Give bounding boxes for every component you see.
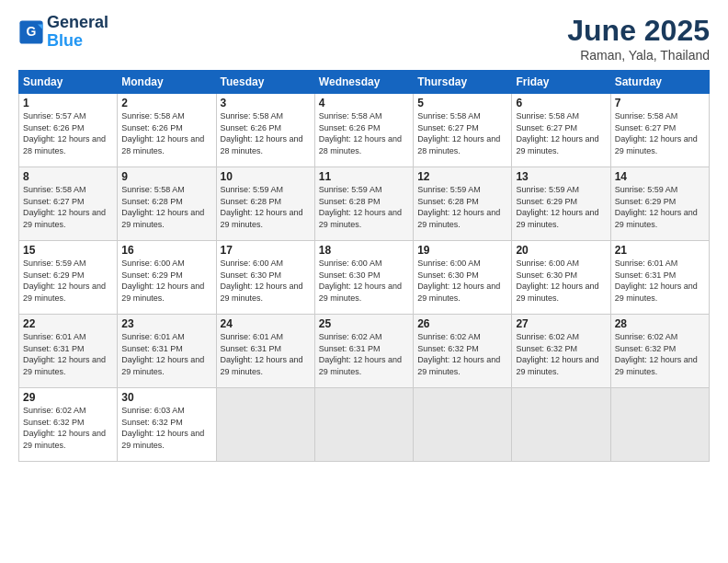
day-number: 29 bbox=[23, 391, 113, 404]
header-sunday: Sunday bbox=[19, 71, 118, 94]
day-info: Sunrise: 6:02 AM Sunset: 6:32 PM Dayligh… bbox=[417, 331, 507, 377]
day-info: Sunrise: 5:59 AM Sunset: 6:28 PM Dayligh… bbox=[417, 184, 507, 230]
day-cell: 2 Sunrise: 5:58 AM Sunset: 6:26 PM Dayli… bbox=[118, 94, 216, 167]
day-cell: 30 Sunrise: 6:03 AM Sunset: 6:32 PM Dayl… bbox=[118, 388, 216, 462]
day-cell bbox=[314, 388, 413, 462]
day-number: 14 bbox=[615, 170, 705, 183]
day-info: Sunrise: 6:02 AM Sunset: 6:32 PM Dayligh… bbox=[23, 405, 113, 451]
day-info: Sunrise: 6:02 AM Sunset: 6:32 PM Dayligh… bbox=[516, 331, 606, 377]
day-info: Sunrise: 5:58 AM Sunset: 6:27 PM Dayligh… bbox=[417, 110, 507, 156]
day-number: 7 bbox=[615, 97, 705, 109]
day-cell bbox=[512, 388, 610, 462]
day-info: Sunrise: 6:00 AM Sunset: 6:29 PM Dayligh… bbox=[121, 258, 211, 304]
day-cell: 22 Sunrise: 6:01 AM Sunset: 6:31 PM Dayl… bbox=[19, 315, 118, 388]
day-info: Sunrise: 5:58 AM Sunset: 6:26 PM Dayligh… bbox=[319, 110, 409, 156]
day-number: 8 bbox=[23, 170, 113, 183]
day-info: Sunrise: 5:58 AM Sunset: 6:27 PM Dayligh… bbox=[615, 110, 705, 156]
day-info: Sunrise: 6:00 AM Sunset: 6:30 PM Dayligh… bbox=[319, 258, 409, 304]
day-cell: 1 Sunrise: 5:57 AM Sunset: 6:26 PM Dayli… bbox=[19, 94, 118, 167]
day-number: 21 bbox=[615, 244, 705, 257]
day-cell: 5 Sunrise: 5:58 AM Sunset: 6:27 PM Dayli… bbox=[414, 94, 512, 167]
day-number: 25 bbox=[319, 317, 409, 330]
day-number: 2 bbox=[121, 97, 211, 109]
day-info: Sunrise: 6:00 AM Sunset: 6:30 PM Dayligh… bbox=[221, 258, 311, 304]
day-info: Sunrise: 5:59 AM Sunset: 6:28 PM Dayligh… bbox=[319, 184, 409, 230]
day-info: Sunrise: 6:01 AM Sunset: 6:31 PM Dayligh… bbox=[615, 258, 705, 304]
day-cell: 17 Sunrise: 6:00 AM Sunset: 6:30 PM Dayl… bbox=[216, 241, 314, 315]
day-cell: 21 Sunrise: 6:01 AM Sunset: 6:31 PM Dayl… bbox=[610, 241, 709, 315]
day-info: Sunrise: 5:57 AM Sunset: 6:26 PM Dayligh… bbox=[23, 110, 113, 156]
header-tuesday: Tuesday bbox=[216, 71, 314, 94]
header-saturday: Saturday bbox=[610, 71, 709, 94]
logo-line1: General bbox=[47, 14, 108, 32]
week-row-4: 22 Sunrise: 6:01 AM Sunset: 6:31 PM Dayl… bbox=[19, 315, 710, 388]
day-info: Sunrise: 5:58 AM Sunset: 6:26 PM Dayligh… bbox=[121, 110, 211, 156]
day-number: 17 bbox=[221, 244, 311, 257]
logo: G General Blue bbox=[18, 14, 108, 51]
day-number: 16 bbox=[121, 244, 211, 257]
day-cell bbox=[216, 388, 314, 462]
header-thursday: Thursday bbox=[414, 71, 512, 94]
day-info: Sunrise: 5:59 AM Sunset: 6:29 PM Dayligh… bbox=[615, 184, 705, 230]
calendar-title: June 2025 bbox=[567, 14, 710, 48]
day-cell: 11 Sunrise: 5:59 AM Sunset: 6:28 PM Dayl… bbox=[314, 167, 413, 241]
logo-icon: G bbox=[18, 19, 44, 45]
day-info: Sunrise: 6:03 AM Sunset: 6:32 PM Dayligh… bbox=[121, 405, 211, 451]
day-number: 12 bbox=[417, 170, 507, 183]
week-row-5: 29 Sunrise: 6:02 AM Sunset: 6:32 PM Dayl… bbox=[19, 388, 710, 462]
svg-text:G: G bbox=[27, 24, 37, 39]
day-number: 30 bbox=[121, 391, 211, 404]
logo-line2: Blue bbox=[47, 31, 83, 50]
calendar-page: G General Blue June 2025 Raman, Yala, Th… bbox=[0, 0, 728, 563]
day-number: 22 bbox=[23, 317, 113, 330]
calendar-subtitle: Raman, Yala, Thailand bbox=[567, 48, 710, 63]
day-number: 18 bbox=[319, 244, 409, 257]
day-info: Sunrise: 6:02 AM Sunset: 6:31 PM Dayligh… bbox=[319, 331, 409, 377]
day-cell: 12 Sunrise: 5:59 AM Sunset: 6:28 PM Dayl… bbox=[414, 167, 512, 241]
day-cell: 6 Sunrise: 5:58 AM Sunset: 6:27 PM Dayli… bbox=[512, 94, 610, 167]
day-info: Sunrise: 6:01 AM Sunset: 6:31 PM Dayligh… bbox=[121, 331, 211, 377]
header-friday: Friday bbox=[512, 71, 610, 94]
title-area: June 2025 Raman, Yala, Thailand bbox=[567, 14, 710, 63]
day-number: 9 bbox=[121, 170, 211, 183]
day-cell: 20 Sunrise: 6:00 AM Sunset: 6:30 PM Dayl… bbox=[512, 241, 610, 315]
day-info: Sunrise: 6:00 AM Sunset: 6:30 PM Dayligh… bbox=[417, 258, 507, 304]
day-number: 23 bbox=[121, 317, 211, 330]
day-info: Sunrise: 5:59 AM Sunset: 6:29 PM Dayligh… bbox=[23, 258, 113, 304]
header-wednesday: Wednesday bbox=[314, 71, 413, 94]
day-info: Sunrise: 5:58 AM Sunset: 6:27 PM Dayligh… bbox=[516, 110, 606, 156]
day-cell: 3 Sunrise: 5:58 AM Sunset: 6:26 PM Dayli… bbox=[216, 94, 314, 167]
day-number: 1 bbox=[23, 97, 113, 109]
logo-text: General Blue bbox=[47, 14, 108, 51]
day-number: 4 bbox=[319, 97, 409, 109]
day-cell bbox=[414, 388, 512, 462]
day-number: 13 bbox=[516, 170, 606, 183]
day-cell: 15 Sunrise: 5:59 AM Sunset: 6:29 PM Dayl… bbox=[19, 241, 118, 315]
day-info: Sunrise: 5:59 AM Sunset: 6:28 PM Dayligh… bbox=[221, 184, 311, 230]
day-number: 19 bbox=[417, 244, 507, 257]
day-info: Sunrise: 5:58 AM Sunset: 6:27 PM Dayligh… bbox=[23, 184, 113, 230]
day-info: Sunrise: 5:58 AM Sunset: 6:28 PM Dayligh… bbox=[121, 184, 211, 230]
day-number: 6 bbox=[516, 97, 606, 109]
day-cell: 23 Sunrise: 6:01 AM Sunset: 6:31 PM Dayl… bbox=[118, 315, 216, 388]
day-number: 20 bbox=[516, 244, 606, 257]
day-info: Sunrise: 5:59 AM Sunset: 6:29 PM Dayligh… bbox=[516, 184, 606, 230]
calendar-table: Sunday Monday Tuesday Wednesday Thursday… bbox=[18, 70, 710, 462]
day-info: Sunrise: 5:58 AM Sunset: 6:26 PM Dayligh… bbox=[221, 110, 311, 156]
day-cell bbox=[610, 388, 709, 462]
day-number: 15 bbox=[23, 244, 113, 257]
day-number: 5 bbox=[417, 97, 507, 109]
day-number: 3 bbox=[221, 97, 311, 109]
day-cell: 14 Sunrise: 5:59 AM Sunset: 6:29 PM Dayl… bbox=[610, 167, 709, 241]
week-row-2: 8 Sunrise: 5:58 AM Sunset: 6:27 PM Dayli… bbox=[19, 167, 710, 241]
day-cell: 9 Sunrise: 5:58 AM Sunset: 6:28 PM Dayli… bbox=[118, 167, 216, 241]
day-cell: 27 Sunrise: 6:02 AM Sunset: 6:32 PM Dayl… bbox=[512, 315, 610, 388]
day-info: Sunrise: 6:01 AM Sunset: 6:31 PM Dayligh… bbox=[221, 331, 311, 377]
day-number: 10 bbox=[221, 170, 311, 183]
day-info: Sunrise: 6:00 AM Sunset: 6:30 PM Dayligh… bbox=[516, 258, 606, 304]
day-info: Sunrise: 6:01 AM Sunset: 6:31 PM Dayligh… bbox=[23, 331, 113, 377]
day-cell: 7 Sunrise: 5:58 AM Sunset: 6:27 PM Dayli… bbox=[610, 94, 709, 167]
header-monday: Monday bbox=[118, 71, 216, 94]
day-cell: 19 Sunrise: 6:00 AM Sunset: 6:30 PM Dayl… bbox=[414, 241, 512, 315]
day-cell: 16 Sunrise: 6:00 AM Sunset: 6:29 PM Dayl… bbox=[118, 241, 216, 315]
